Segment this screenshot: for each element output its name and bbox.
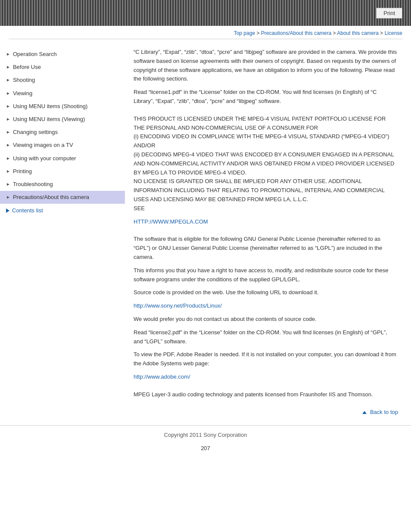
chevron-right-icon: ► xyxy=(6,64,10,70)
adobe-url-link[interactable]: http://www.adobe.com/ xyxy=(134,373,190,380)
contents-list-label: Contents list xyxy=(12,207,43,214)
sidebar-item-using-menu-shooting[interactable]: ► Using MENU items (Shooting) xyxy=(0,100,125,113)
mpeg4-text: THIS PRODUCT IS LICENSED UNDER THE MPEG-… xyxy=(134,115,398,213)
mpeg-layer3-section: MPEG Layer-3 audio coding technology and… xyxy=(134,390,398,399)
copyright-text: Copyright 2011 Sony Corporation xyxy=(164,432,247,438)
sidebar-item-label: Precautions/About this camera xyxy=(13,193,121,201)
print-button[interactable]: Print xyxy=(376,8,402,19)
chevron-right-icon: ► xyxy=(6,156,10,162)
sidebar-item-label: Using MENU items (Shooting) xyxy=(13,103,121,110)
mpeg-layer3-text: MPEG Layer-3 audio coding technology and… xyxy=(134,390,398,399)
chevron-right-icon: ► xyxy=(6,103,10,109)
sidebar-item-label: Using with your computer xyxy=(13,155,121,162)
gpl-section: The software that is eligible for the fo… xyxy=(134,235,398,381)
sidebar-item-printing[interactable]: ► Printing xyxy=(0,165,125,178)
sidebar-item-label: Troubleshooting xyxy=(13,180,121,188)
sidebar-item-label: Viewing images on a TV xyxy=(13,141,121,149)
chevron-right-icon: ► xyxy=(6,194,10,200)
chevron-right-icon: ► xyxy=(6,142,10,148)
triangle-up-icon xyxy=(362,411,367,414)
sony-linux-url-link[interactable]: http://www.sony.net/Products/Linux/ xyxy=(134,302,222,309)
sidebar-item-label: Changing settings xyxy=(13,128,121,136)
sidebar-item-label: Printing xyxy=(13,168,121,175)
sidebar-item-using-computer[interactable]: ► Using with your computer xyxy=(0,152,125,165)
sidebar-item-shooting[interactable]: ► Shooting xyxy=(0,74,125,87)
sidebar-item-changing-settings[interactable]: ► Changing settings xyxy=(0,126,125,139)
paragraph-1: “C Library”, “Expat”, “zlib”, “dtoa”, “p… xyxy=(134,48,398,84)
arrow-right-icon xyxy=(6,208,9,213)
main-content: “C Library”, “Expat”, “zlib”, “dtoa”, “p… xyxy=(125,44,411,425)
sidebar-item-viewing-images-tv[interactable]: ► Viewing images on a TV xyxy=(0,139,125,152)
sidebar-item-label: Shooting xyxy=(13,76,121,84)
sidebar-item-using-menu-viewing[interactable]: ► Using MENU items (Viewing) xyxy=(0,113,125,126)
back-to-top-label: Back to top xyxy=(370,409,398,415)
sidebar-item-operation-search[interactable]: ► Operation Search xyxy=(0,48,125,61)
breadcrumb-license[interactable]: License xyxy=(385,30,402,36)
sidebar-item-before-use[interactable]: ► Before Use xyxy=(0,61,125,74)
sidebar-item-troubleshooting[interactable]: ► Troubleshooting xyxy=(0,178,125,191)
content-layout: ► Operation Search ► Before Use ► Shooti… xyxy=(0,39,411,425)
paragraph-2: Read “license1.pdf” in the “License” fol… xyxy=(134,88,398,106)
page-number: 207 xyxy=(0,441,411,456)
chevron-right-icon: ► xyxy=(6,90,10,96)
gpl-paragraph-6: To view the PDF, Adobe Reader is needed.… xyxy=(134,350,398,368)
chevron-right-icon: ► xyxy=(6,181,10,187)
gpl-paragraph-4: We would prefer you do not contact us ab… xyxy=(134,315,398,324)
breadcrumb-about-camera[interactable]: About this camera xyxy=(337,30,379,36)
breadcrumb-precautions[interactable]: Precautions/About this camera xyxy=(261,30,331,36)
gpl-paragraph-1: The software that is eligible for the fo… xyxy=(134,235,398,261)
adobe-url-paragraph: http://www.adobe.com/ xyxy=(134,373,398,382)
chevron-right-icon: ► xyxy=(6,77,10,83)
footer: Copyright 2011 Sony Corporation xyxy=(0,426,411,441)
sidebar-item-label: Using MENU items (Viewing) xyxy=(13,115,121,123)
sony-linux-url-paragraph: http://www.sony.net/Products/Linux/ xyxy=(134,302,398,311)
contents-list-link[interactable]: Contents list xyxy=(0,204,125,216)
sidebar-item-label: Before Use xyxy=(13,63,121,71)
mpeg-url-link[interactable]: HTTP://WWW.MPEGLA.COM xyxy=(134,218,208,225)
sidebar-item-label: Viewing xyxy=(13,90,121,97)
header-bar: Print xyxy=(0,0,411,26)
back-to-top-link[interactable]: Back to top xyxy=(362,409,398,415)
sidebar-item-precautions-about-camera[interactable]: ► Precautions/About this camera xyxy=(0,191,125,204)
back-to-top: Back to top xyxy=(134,408,398,417)
breadcrumb-top-page[interactable]: Top page xyxy=(234,30,255,36)
mpeg4-license-block: THIS PRODUCT IS LICENSED UNDER THE MPEG-… xyxy=(134,115,398,227)
chevron-right-icon: ► xyxy=(6,129,10,135)
sidebar-item-viewing[interactable]: ► Viewing xyxy=(0,87,125,100)
sidebar-item-label: Operation Search xyxy=(13,50,121,58)
chevron-right-icon: ► xyxy=(6,116,10,122)
gpl-paragraph-3: Source code is provided on the web. Use … xyxy=(134,288,398,297)
sidebar: ► Operation Search ► Before Use ► Shooti… xyxy=(0,44,125,425)
chevron-right-icon: ► xyxy=(6,168,10,174)
chevron-right-icon: ► xyxy=(6,51,10,57)
gpl-paragraph-2: This informs you that you have a right t… xyxy=(134,266,398,284)
breadcrumb: Top page > Precautions/About this camera… xyxy=(0,26,411,39)
gpl-paragraph-5: Read “license2.pdf” in the “License” fol… xyxy=(134,328,398,346)
